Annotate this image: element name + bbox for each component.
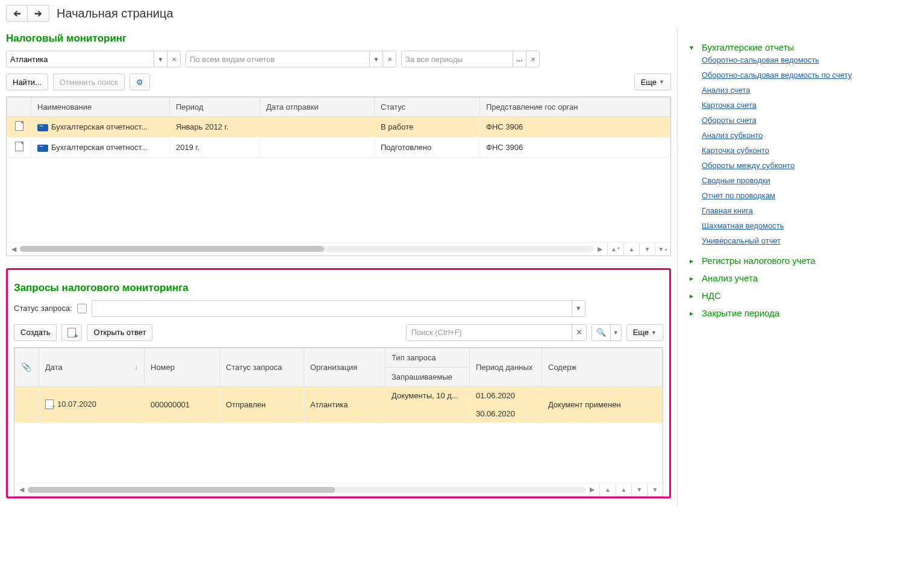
report-type-icon bbox=[37, 124, 48, 131]
status-combo-dropdown[interactable]: ▼ bbox=[572, 301, 585, 316]
filter-reports-input[interactable] bbox=[186, 51, 369, 67]
document-icon bbox=[15, 142, 23, 151]
requests-panel: Запросы налогового мониторинга Статус за… bbox=[6, 268, 671, 499]
open-answer-button[interactable]: Открыть ответ bbox=[87, 324, 152, 341]
caret-down-icon: ▼ bbox=[651, 330, 657, 336]
cancel-search-button[interactable]: Отменить поиск bbox=[53, 74, 125, 90]
filter-periods-input[interactable] bbox=[402, 51, 513, 67]
tree-link[interactable]: Сводные проводки bbox=[690, 173, 912, 188]
tree-group-tax-registers[interactable]: ▸ Регистры налогового учета bbox=[690, 255, 912, 266]
sent-doc-icon bbox=[45, 400, 54, 409]
col-content[interactable]: Содерж bbox=[542, 348, 663, 386]
col-name[interactable]: Наименование bbox=[31, 98, 170, 117]
create-from-file-button[interactable] bbox=[61, 324, 82, 341]
page-down-2[interactable]: ▼ bbox=[631, 484, 647, 496]
tree-link[interactable]: Главная книга bbox=[690, 203, 912, 218]
advanced-search-button[interactable]: 🔍 ▼ bbox=[592, 324, 622, 341]
filter-periods-clear[interactable]: ✕ bbox=[526, 51, 539, 67]
caret-down-icon: ▼ bbox=[613, 330, 619, 336]
chevron-right-icon: ▸ bbox=[690, 292, 697, 300]
hscroll-track-2[interactable] bbox=[28, 487, 586, 493]
col-attach[interactable]: 📎 bbox=[15, 348, 39, 386]
create-button[interactable]: Создать bbox=[14, 324, 57, 341]
paperclip-icon: 📎 bbox=[21, 362, 31, 372]
chevron-right-icon: ▸ bbox=[690, 257, 697, 265]
hscroll-left-2[interactable]: ◀ bbox=[18, 486, 25, 494]
more-button[interactable]: Еще ▼ bbox=[634, 74, 671, 90]
page-down[interactable]: ▼ bbox=[639, 243, 655, 255]
status-combo-input[interactable] bbox=[92, 301, 572, 316]
col-data-period[interactable]: Период данных bbox=[470, 348, 542, 386]
report-type-icon bbox=[37, 145, 48, 152]
hscroll-right[interactable]: ▶ bbox=[596, 245, 604, 253]
filter-reports-clear[interactable]: ✕ bbox=[382, 51, 396, 67]
requests-table: 📎 Дата↓ Номер Статус запроса Организация… bbox=[14, 347, 663, 497]
tree-link[interactable]: Шахматная ведомость bbox=[690, 218, 912, 233]
find-button[interactable]: Найти... bbox=[6, 74, 48, 90]
tree-group-accounting-reports[interactable]: ▾ Бухгалтерские отчеты bbox=[690, 42, 912, 52]
col-period[interactable]: Период bbox=[170, 98, 260, 117]
page-first[interactable]: ▲▲ bbox=[608, 243, 623, 255]
gear-icon: ⚙ bbox=[136, 78, 143, 87]
filter-org-clear[interactable]: ✕ bbox=[167, 51, 180, 67]
hscroll-track[interactable] bbox=[20, 246, 594, 252]
search-clear[interactable]: ✕ bbox=[572, 325, 586, 340]
filter-periods-pick[interactable]: ... bbox=[513, 51, 526, 67]
tree-link[interactable]: Анализ субконто bbox=[690, 128, 912, 143]
tree-link[interactable]: Отчет по проводкам bbox=[690, 188, 912, 203]
nav-forward-button[interactable]: 🡪 bbox=[28, 5, 49, 22]
col-org[interactable]: Представление гос орган bbox=[480, 98, 670, 117]
tree-link[interactable]: Карточка счета bbox=[690, 98, 912, 113]
hscroll-left[interactable]: ◀ bbox=[10, 245, 17, 253]
tree-group-analysis[interactable]: ▸ Анализ учета bbox=[690, 273, 912, 283]
page-last-2[interactable]: ▼ bbox=[647, 484, 663, 496]
col-type-sub[interactable]: Запрашиваемые bbox=[386, 367, 470, 386]
tree-link[interactable]: Оборотно-сальдовая ведомость bbox=[690, 52, 912, 67]
page-up[interactable]: ▲ bbox=[623, 243, 639, 255]
table-row[interactable]: Бухгалтерская отчетност... Январь 2012 г… bbox=[7, 117, 670, 137]
tax-monitoring-title: Налоговый мониторинг bbox=[6, 33, 671, 45]
col-icon[interactable] bbox=[7, 98, 31, 117]
tree-link[interactable]: Обороты между субконто bbox=[690, 158, 912, 173]
tree-link[interactable]: Оборотно-сальдовая ведомость по счету bbox=[690, 67, 912, 83]
page-last[interactable]: ▼▼ bbox=[655, 243, 670, 255]
page-up-2[interactable]: ▲ bbox=[616, 484, 631, 496]
more-button-2[interactable]: Еще ▼ bbox=[626, 324, 663, 341]
caret-down-icon: ▼ bbox=[659, 79, 664, 85]
col-status[interactable]: Статус bbox=[375, 98, 480, 117]
tree-group-closing[interactable]: ▸ Закрытие периода bbox=[690, 308, 912, 318]
filter-reports-dropdown[interactable]: ▼ bbox=[369, 51, 382, 67]
tree-link[interactable]: Обороты счета bbox=[690, 113, 912, 128]
chevron-right-icon: ▸ bbox=[690, 274, 697, 283]
table-row[interactable]: 10.07.2020 000000001 Отправлен Атлантика… bbox=[15, 386, 663, 404]
col-number[interactable]: Номер bbox=[145, 348, 220, 386]
document-icon bbox=[15, 121, 23, 131]
settings-button[interactable]: ⚙ bbox=[130, 74, 150, 90]
sidebar: ▾ Бухгалтерские отчеты Оборотно-сальдова… bbox=[677, 27, 924, 504]
col-type[interactable]: Тип запроса bbox=[386, 348, 470, 367]
tree-link[interactable]: Универсальный отчет bbox=[690, 233, 912, 248]
page-first-2[interactable]: ▲ bbox=[600, 484, 616, 496]
filter-org-input[interactable] bbox=[7, 51, 154, 67]
col-req-status[interactable]: Статус запроса bbox=[220, 348, 304, 386]
tree-group-vat[interactable]: ▸ НДС bbox=[690, 290, 912, 301]
tree-link[interactable]: Анализ счета bbox=[690, 83, 912, 98]
nav-back-button[interactable]: 🡨 bbox=[6, 5, 28, 22]
search-input[interactable] bbox=[407, 325, 572, 340]
chevron-right-icon: ▸ bbox=[690, 309, 697, 318]
col-req-org[interactable]: Организация bbox=[304, 348, 386, 386]
hscroll-right-2[interactable]: ▶ bbox=[588, 486, 596, 494]
sort-desc-icon: ↓ bbox=[134, 363, 138, 371]
arrow-left-icon: 🡨 bbox=[13, 9, 21, 18]
status-checkbox[interactable] bbox=[77, 304, 87, 313]
chevron-down-icon: ▾ bbox=[690, 43, 697, 52]
status-label: Статус запроса: bbox=[14, 304, 72, 313]
col-sent[interactable]: Дата отправки bbox=[260, 98, 375, 117]
table-row[interactable]: Бухгалтерская отчетност... 2019 г. Подго… bbox=[7, 137, 670, 158]
tree-link[interactable]: Карточка субконто bbox=[690, 143, 912, 158]
page-title: Начальная страница bbox=[57, 7, 173, 20]
filter-org-dropdown[interactable]: ▼ bbox=[154, 51, 167, 67]
col-date[interactable]: Дата↓ bbox=[39, 348, 145, 386]
requests-title: Запросы налогового мониторинга bbox=[14, 282, 663, 294]
monitoring-table: Наименование Период Дата отправки Статус… bbox=[6, 96, 671, 256]
